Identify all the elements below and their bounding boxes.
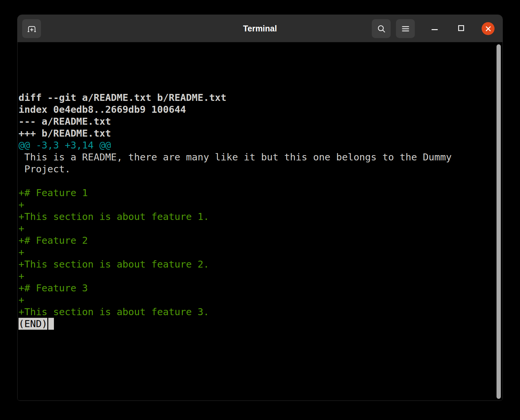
terminal-line: + xyxy=(19,270,502,282)
new-tab-button[interactable] xyxy=(22,19,41,38)
terminal-line: diff --git a/README.txt b/README.txt xyxy=(19,92,502,104)
hamburger-menu-icon xyxy=(401,24,410,33)
terminal-line: Project. xyxy=(19,163,502,175)
terminal-line: +# Feature 1 xyxy=(19,187,502,199)
terminal-line: +# Feature 3 xyxy=(19,282,502,294)
terminal-cursor xyxy=(48,318,54,330)
search-icon xyxy=(377,24,386,33)
minimize-icon xyxy=(430,23,439,34)
scrollbar-thumb[interactable] xyxy=(497,44,501,399)
maximize-icon xyxy=(456,23,466,34)
terminal-line: +This section is about feature 3. xyxy=(19,306,502,318)
terminal-line: This is a README, there are many like it… xyxy=(19,151,502,163)
close-icon xyxy=(482,22,495,35)
terminal-line: index 0e4edb8..2669db9 100644 xyxy=(19,104,502,115)
terminal-line: +# Feature 2 xyxy=(19,234,502,246)
menu-button[interactable] xyxy=(396,19,415,38)
titlebar[interactable]: Terminal xyxy=(18,15,502,42)
terminal-line: + xyxy=(19,246,502,258)
new-tab-icon xyxy=(27,24,36,33)
terminal-window: Terminal xyxy=(17,15,503,401)
terminal-line: +This section is about feature 2. xyxy=(19,258,502,270)
terminal-line: + xyxy=(19,223,502,234)
pager-end-indicator: (END) xyxy=(19,318,47,330)
terminal-output: diff --git a/README.txt b/README.txtinde… xyxy=(19,92,502,330)
terminal-line: +This section is about feature 1. xyxy=(19,211,502,223)
terminal-line: (END) xyxy=(19,318,502,330)
terminal-line: --- a/README.txt xyxy=(19,115,502,127)
close-button[interactable] xyxy=(479,19,498,38)
terminal-line: +++ b/README.txt xyxy=(19,127,502,139)
terminal-line: @@ -3,3 +3,14 @@ xyxy=(19,139,502,151)
terminal-line xyxy=(19,175,502,187)
search-button[interactable] xyxy=(372,19,391,38)
minimize-button[interactable] xyxy=(425,19,444,38)
maximize-button[interactable] xyxy=(452,19,470,38)
terminal-screen[interactable]: diff --git a/README.txt b/README.txtinde… xyxy=(18,43,502,400)
terminal-line: + xyxy=(19,294,502,306)
window-title: Terminal xyxy=(243,24,277,33)
terminal-line: + xyxy=(19,199,502,211)
